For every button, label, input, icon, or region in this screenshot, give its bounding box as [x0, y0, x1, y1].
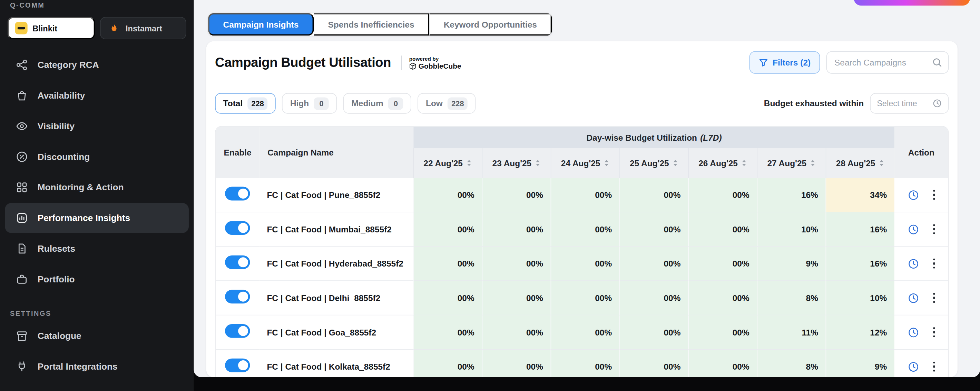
brand-toggle-instamart[interactable]: Instamart — [100, 17, 186, 39]
sidebar-item-label: Catalogue — [38, 331, 81, 341]
campaign-name-cell: FC | Cat Food | Delhi_8855f2 — [259, 281, 414, 315]
sort-icon — [535, 158, 541, 167]
utilization-cell: 00% — [413, 315, 482, 350]
search-box — [826, 51, 948, 74]
sidebar-item-label: Portal Integrations — [38, 362, 118, 372]
filters-button-label: Filters (2) — [773, 58, 811, 67]
sidebar-item-rulesets[interactable]: Rulesets — [5, 233, 188, 263]
utilization-cell: 00% — [551, 247, 619, 281]
row-menu-button[interactable] — [933, 224, 935, 234]
col-header-action: Action — [894, 127, 948, 178]
utilization-cell: 8% — [757, 281, 826, 315]
row-menu-button[interactable] — [933, 258, 935, 269]
schedule-history-button[interactable] — [908, 189, 919, 201]
utilization-cell: 00% — [482, 350, 550, 377]
gobblecube-logo-icon — [409, 62, 416, 70]
col-header-date-2[interactable]: 24 Aug'25 — [551, 148, 619, 178]
brand-toggle-blinkit[interactable]: Blinkit — [8, 17, 95, 39]
funnel-icon — [759, 58, 768, 67]
col-header-date-4[interactable]: 26 Aug'25 — [688, 148, 757, 178]
sidebar-item-label: Monitoring & Action — [38, 182, 124, 192]
filters-button[interactable]: Filters (2) — [749, 51, 820, 74]
tab-campaign-insights[interactable]: Campaign Insights — [208, 13, 314, 35]
utilization-cell: 00% — [619, 247, 688, 281]
chip-low[interactable]: Low 228 — [418, 93, 476, 114]
tab-spends-inefficiencies[interactable]: Spends Inefficiencies — [314, 13, 429, 35]
powered-brand-name: GobbleCube — [418, 62, 461, 70]
page-title: Campaign Budget Utilisation — [215, 55, 391, 70]
sort-icon — [673, 158, 678, 167]
tab-keyword-opportunities[interactable]: Keyword Opportunities — [429, 13, 552, 35]
row-menu-button[interactable] — [933, 293, 935, 303]
utilization-cell: 34% — [826, 178, 894, 212]
chip-count: 0 — [388, 97, 403, 110]
archive-box-icon — [15, 329, 29, 343]
campaign-name-cell: FC | Cat Food | Kolkata_8855f2 — [259, 350, 414, 377]
clock-history-icon — [908, 292, 919, 304]
sidebar-item-visibility[interactable]: Visibility — [5, 111, 188, 141]
col-header-date-6[interactable]: 28 Aug'25 — [826, 148, 894, 178]
schedule-history-button[interactable] — [908, 223, 919, 235]
tab-bar: Campaign Insights Spends Inefficiencies … — [207, 13, 552, 36]
chip-total[interactable]: Total 228 — [215, 93, 276, 114]
sidebar-item-category-rca[interactable]: Category RCA — [5, 50, 188, 80]
card-header: Campaign Budget Utilisation powered by G… — [206, 41, 958, 74]
sort-icon — [466, 158, 472, 167]
col-header-date-0[interactable]: 22 Aug'25 — [413, 148, 482, 178]
enable-toggle[interactable] — [225, 359, 250, 372]
bar-chart-icon — [15, 211, 29, 225]
row-menu-button[interactable] — [933, 361, 935, 372]
enable-toggle[interactable] — [225, 324, 250, 338]
main-content: Campaign Insights Spends Inefficiencies … — [194, 0, 980, 377]
enable-toggle[interactable] — [225, 221, 250, 235]
chip-high[interactable]: High 0 — [282, 93, 337, 114]
enable-toggle[interactable] — [225, 187, 250, 201]
utilization-cell: 16% — [826, 212, 894, 247]
sidebar-item-discounting[interactable]: Discounting — [5, 142, 188, 172]
utilization-cell: 12% — [826, 315, 894, 350]
schedule-history-button[interactable] — [908, 326, 919, 338]
utilization-cell: 9% — [757, 247, 826, 281]
sidebar-item-availability[interactable]: Availability — [5, 81, 188, 111]
enable-toggle[interactable] — [225, 290, 250, 304]
table-row: FC | Cat Food | Hyderabad_8855f2 00% 00%… — [216, 247, 948, 281]
row-menu-button[interactable] — [933, 190, 935, 200]
utilization-cell: 00% — [482, 178, 550, 212]
utilization-cell: 00% — [551, 315, 619, 350]
enable-toggle[interactable] — [225, 255, 250, 269]
sort-icon — [741, 158, 747, 167]
sidebar-item-monitoring-action[interactable]: Monitoring & Action — [5, 173, 188, 203]
chip-label: Medium — [351, 99, 383, 108]
sidebar-item-portfolio[interactable]: Portfolio — [5, 264, 188, 294]
percent-badge-icon — [15, 150, 29, 164]
sidebar-item-label: Performance Insights — [38, 213, 130, 223]
select-time-dropdown[interactable]: Select time — [870, 93, 948, 114]
col-header-date-3[interactable]: 25 Aug'25 — [619, 148, 688, 178]
campaign-name-cell: FC | Cat Food | Pune_8855f2 — [259, 178, 414, 212]
utilization-cell: 10% — [826, 281, 894, 315]
schedule-history-button[interactable] — [908, 258, 919, 269]
gradient-action-button[interactable] — [854, 0, 970, 6]
sidebar-item-catalogue[interactable]: Catalogue — [5, 321, 188, 351]
search-input[interactable] — [826, 51, 948, 74]
chip-medium[interactable]: Medium 0 — [344, 93, 411, 114]
utilization-cell: 00% — [688, 247, 757, 281]
share-network-icon — [15, 58, 29, 72]
sidebar-item-label: Discounting — [38, 152, 90, 162]
sidebar-item-label: Rulesets — [38, 244, 75, 253]
col-header-date-5[interactable]: 27 Aug'25 — [757, 148, 826, 178]
sidebar-item-portal-integrations[interactable]: Portal Integrations — [5, 352, 188, 382]
table-row: FC | Cat Food | Delhi_8855f2 00% 00% 00%… — [216, 281, 948, 315]
brand-label: Blinkit — [32, 24, 57, 33]
schedule-history-button[interactable] — [908, 361, 919, 372]
chip-count: 0 — [314, 97, 329, 110]
utilization-cell: 00% — [413, 178, 482, 212]
search-icon — [932, 57, 943, 68]
brand-switcher: Blinkit Instamart — [8, 17, 186, 39]
schedule-history-button[interactable] — [908, 292, 919, 304]
clock-history-icon — [908, 361, 919, 372]
sidebar-item-performance-insights[interactable]: Performance Insights — [5, 203, 188, 233]
row-menu-button[interactable] — [933, 327, 935, 337]
campaign-name-cell: FC | Cat Food | Hyderabad_8855f2 — [259, 247, 414, 281]
col-header-date-1[interactable]: 23 Aug'25 — [482, 148, 550, 178]
